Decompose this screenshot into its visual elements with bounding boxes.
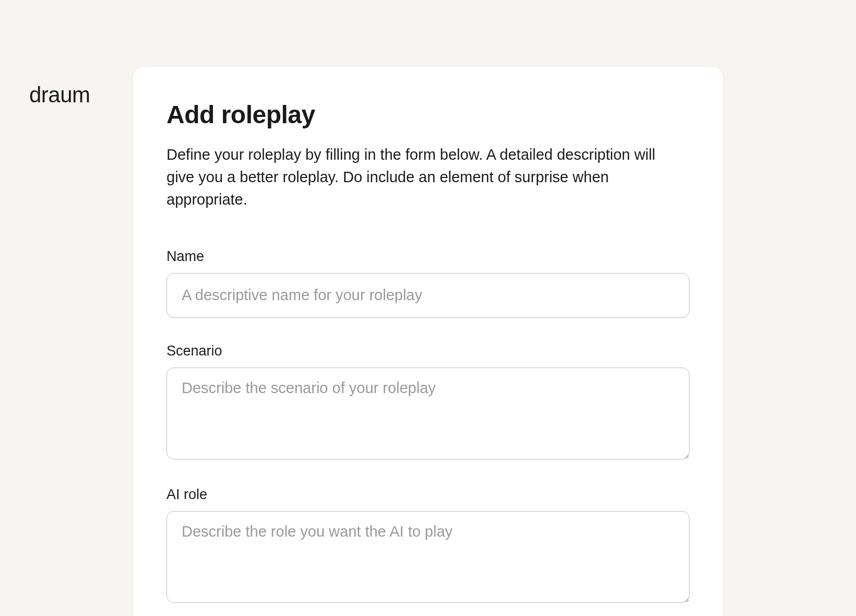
form-group-ai-role: AI role [167,487,689,605]
scenario-input[interactable] [167,368,689,459]
scenario-label: Scenario [167,343,689,359]
ai-role-label: AI role [167,487,689,503]
name-label: Name [167,248,689,265]
name-input[interactable] [167,273,689,318]
form-group-scenario: Scenario [167,343,689,461]
form-card: Add roleplay Define your roleplay by fil… [133,67,723,616]
logo[interactable]: draum [29,82,90,108]
page-title: Add roleplay [167,100,689,129]
page-description: Define your roleplay by filling in the f… [167,144,678,211]
form-group-name: Name [167,248,689,318]
ai-role-input[interactable] [167,511,689,603]
app-container: draum Add roleplay Define your roleplay … [0,67,856,616]
